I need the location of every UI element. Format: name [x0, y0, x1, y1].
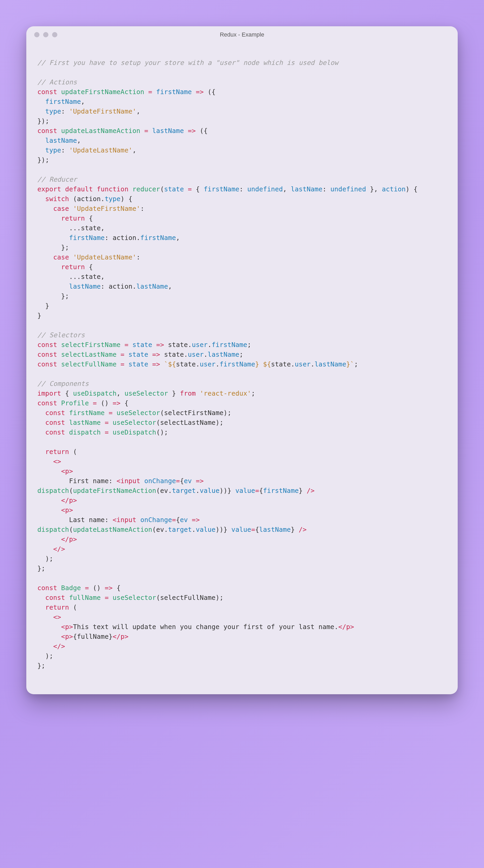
code-ident: selectFirstName	[164, 409, 224, 417]
code-punc: {	[180, 477, 184, 485]
code-punc: (	[69, 526, 73, 533]
minimize-icon[interactable]	[43, 32, 49, 37]
code-keyword: export	[37, 185, 61, 193]
code-ident: lastName	[259, 526, 291, 533]
code-punc: .	[207, 341, 211, 348]
code-jsx-tag: p	[65, 467, 69, 475]
code-ident: state	[168, 341, 188, 348]
code-jsx-tag: <	[61, 506, 65, 514]
code-punc: :	[61, 147, 65, 154]
code-punc: ();	[156, 429, 168, 436]
code-punc: ;	[251, 390, 255, 397]
code-string: 'UpdateLastName'	[73, 253, 137, 261]
code-punc: ) {	[120, 195, 132, 203]
close-icon[interactable]	[34, 32, 39, 37]
code-template: ${	[263, 361, 271, 368]
code-param: ev	[180, 516, 188, 524]
code-prop: firstName	[211, 341, 247, 348]
code-punc: .	[196, 361, 200, 368]
code-keyword: return	[61, 215, 85, 222]
code-punc: (	[156, 594, 160, 601]
code-punc: (	[156, 419, 160, 426]
code-keyword: const	[37, 351, 57, 358]
code-ident: selectFullName	[160, 594, 216, 601]
code-punc: (	[73, 603, 77, 611]
code-op: =>	[196, 88, 204, 96]
code-string: 'UpdateFirstName'	[69, 107, 136, 115]
code-punc: .	[204, 351, 207, 358]
code-param: state	[129, 351, 148, 358]
code-punc: );	[224, 409, 231, 417]
code-jsx-tag: />	[303, 487, 315, 494]
maximize-icon[interactable]	[52, 32, 57, 37]
code-jsx-tag: <	[61, 467, 65, 475]
code-punc: .	[216, 361, 219, 368]
code-punc: (	[152, 526, 156, 533]
code-punc: .	[192, 526, 196, 533]
code-identifier: updateLastNameAction	[61, 127, 140, 134]
code-keyword: default	[65, 185, 93, 193]
code-fn: reducer	[132, 185, 160, 193]
code-comment: // Reducer	[37, 176, 77, 183]
code-comment: // Actions	[37, 78, 77, 86]
code-punc: }	[45, 302, 49, 310]
code-punc: }	[109, 633, 113, 640]
code-prop: user	[188, 351, 204, 358]
code-op: =>	[192, 516, 200, 524]
code-template: `${	[164, 361, 176, 368]
code-punc: .	[101, 195, 105, 203]
code-punc: };	[61, 244, 69, 251]
code-identifier: selectLastName	[61, 351, 116, 358]
code-identifier: fullName	[69, 594, 101, 601]
code-keyword: const	[45, 409, 65, 417]
code-op: =>	[113, 399, 120, 407]
code-attr: onChange	[144, 477, 176, 485]
code-punc: ({	[200, 127, 207, 134]
code-area: // First you have to setup your store wi…	[26, 43, 458, 694]
code-op: =	[105, 594, 109, 601]
code-prop: value	[200, 487, 219, 494]
code-prop: target	[172, 487, 196, 494]
code-punc: }	[172, 390, 176, 397]
code-prop: lastName	[315, 361, 346, 368]
code-keyword: const	[37, 584, 57, 592]
code-punc: ;	[239, 351, 243, 358]
code-jsx-tag: <>	[53, 613, 61, 621]
code-keyword: return	[45, 448, 69, 456]
code-param: state	[132, 341, 152, 348]
code-ident: ev	[156, 526, 164, 533]
code-jsx-tag: input	[120, 477, 140, 485]
code-prop: target	[168, 526, 192, 533]
code-punc: });	[37, 156, 49, 164]
code-jsx-tag: >	[69, 506, 73, 514]
code-punc: ;	[247, 341, 251, 348]
code-template: }	[255, 361, 259, 368]
code-punc: (	[73, 195, 77, 203]
code-punc: }	[37, 312, 41, 319]
code-ident: state	[164, 351, 184, 358]
code-punc: {	[89, 215, 93, 222]
code-op: =>	[152, 351, 160, 358]
code-punc: );	[45, 555, 53, 562]
code-jsx-tag: </>	[53, 643, 65, 650]
code-prop: firstName	[45, 98, 81, 105]
code-punc: .	[184, 351, 188, 358]
code-space	[228, 526, 231, 533]
code-attr: value	[235, 487, 255, 494]
code-prop: firstName	[204, 185, 239, 193]
code-op: =	[255, 487, 259, 494]
code-identifier: useSelector	[124, 390, 168, 397]
code-identifier: lastName	[69, 419, 101, 426]
code-fn: useDispatch	[113, 429, 156, 436]
code-op: =>	[105, 584, 113, 592]
code-comment: // First you have to setup your store wi…	[37, 59, 338, 66]
code-keyword: const	[45, 419, 65, 426]
code-prop: value	[196, 526, 216, 533]
code-identifier: Badge	[61, 584, 81, 592]
code-ident: firstName	[263, 487, 298, 494]
code-punc: );	[45, 652, 53, 660]
code-op: =	[172, 516, 176, 524]
code-punc: {	[116, 584, 120, 592]
code-punc: {	[89, 263, 93, 271]
code-op: =	[188, 185, 192, 193]
